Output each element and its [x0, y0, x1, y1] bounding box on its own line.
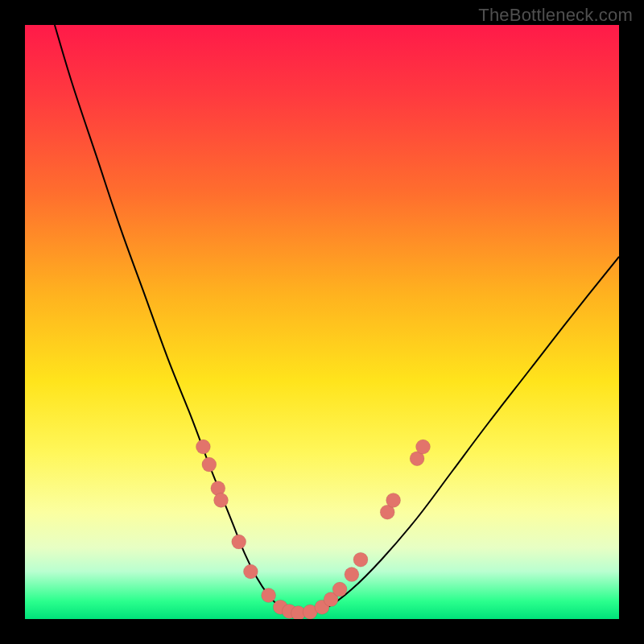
scatter-dot — [202, 457, 217, 472]
scatter-dot — [345, 568, 359, 582]
scatter-dot — [243, 564, 258, 579]
watermark-text: TheBottleneck.com — [478, 5, 633, 26]
curve-svg — [25, 25, 619, 619]
scatter-dot — [332, 582, 347, 597]
scatter-dot — [386, 493, 401, 507]
scatter-dot — [196, 440, 210, 454]
scatter-dot — [353, 552, 368, 567]
plot-area — [25, 25, 619, 619]
chart-stage: TheBottleneck.com — [0, 0, 644, 644]
scatter-dot — [214, 493, 229, 507]
scatter-group — [196, 440, 430, 619]
scatter-dot — [232, 535, 246, 549]
bottleneck-curve — [55, 25, 619, 614]
scatter-dot — [416, 440, 431, 454]
scatter-dot — [262, 588, 276, 603]
